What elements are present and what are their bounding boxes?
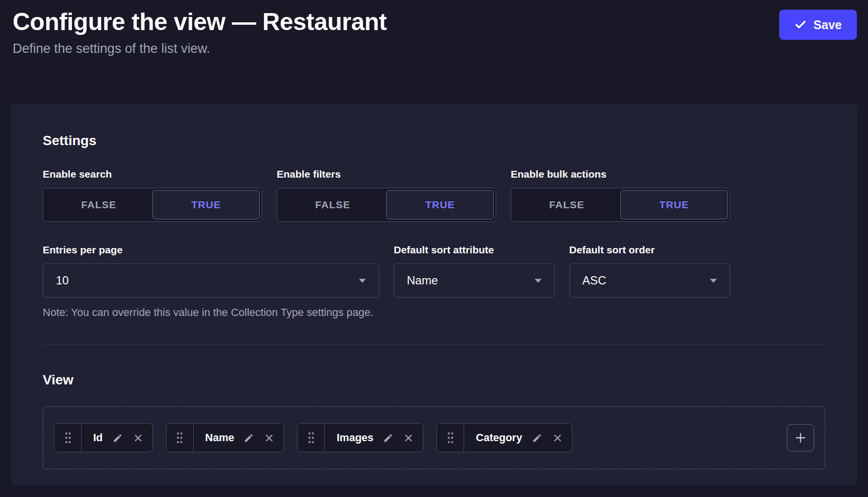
remove-field-button[interactable] <box>549 430 566 447</box>
page-title: Configure the view — Restaurant <box>13 8 855 36</box>
drag-handle[interactable] <box>167 424 194 452</box>
field-default-sort-attribute: Default sort attribute Name <box>394 244 555 319</box>
settings-grid: Enable search FALSE TRUE Enable filters … <box>43 168 730 319</box>
save-button-label: Save <box>814 18 842 32</box>
remove-field-button[interactable] <box>261 430 278 447</box>
field-default-sort-order: Default sort order ASC <box>569 244 731 319</box>
entries-per-page-value: 10 <box>56 274 69 287</box>
edit-field-button[interactable] <box>529 430 545 446</box>
enable-filters-label: Enable filters <box>277 168 496 180</box>
enable-filters-option-true[interactable]: TRUE <box>386 190 494 219</box>
field-enable-bulk-actions: Enable bulk actions FALSE TRUE <box>511 168 730 222</box>
configure-view-card: Settings Enable search FALSE TRUE Enable… <box>11 104 857 485</box>
field-chip-label: Category <box>464 431 525 444</box>
close-icon <box>552 432 563 444</box>
close-icon <box>403 432 414 444</box>
view-heading: View <box>43 372 825 388</box>
remove-field-button[interactable] <box>400 430 417 447</box>
edit-field-button[interactable] <box>110 430 126 446</box>
field-enable-search: Enable search FALSE TRUE <box>43 168 262 222</box>
enable-filters-toggle: FALSE TRUE <box>277 188 496 222</box>
enable-bulk-actions-option-false[interactable]: FALSE <box>513 190 620 219</box>
pencil-icon <box>532 433 542 443</box>
enable-search-option-true[interactable]: TRUE <box>152 190 260 219</box>
save-button[interactable]: Save <box>779 10 857 40</box>
field-enable-filters: Enable filters FALSE TRUE <box>277 168 496 222</box>
field-chip-label: Id <box>82 431 106 444</box>
plus-icon <box>794 431 807 445</box>
pencil-icon <box>113 433 123 443</box>
drag-handle-icon <box>176 431 184 444</box>
enable-filters-option-false[interactable]: FALSE <box>279 190 386 219</box>
close-icon <box>264 432 275 444</box>
section-divider <box>43 344 825 345</box>
pencil-icon <box>244 433 254 443</box>
remove-field-button[interactable] <box>130 430 147 447</box>
entries-per-page-select[interactable]: 10 <box>43 264 379 298</box>
drag-handle-icon <box>307 431 315 444</box>
enable-search-option-false[interactable]: FALSE <box>45 190 152 219</box>
drag-handle-icon <box>447 431 454 444</box>
page-header: Configure the view — Restaurant Define t… <box>0 0 868 56</box>
enable-bulk-actions-label: Enable bulk actions <box>511 168 730 180</box>
field-chip-id: Id <box>54 423 153 452</box>
chevron-down-icon <box>710 279 717 283</box>
check-icon <box>794 18 807 31</box>
close-icon <box>133 432 144 444</box>
field-chip-name: Name <box>166 423 284 452</box>
entries-per-page-label: Entries per page <box>43 244 379 256</box>
default-sort-order-value: ASC <box>583 274 606 287</box>
drag-handle[interactable] <box>437 424 464 452</box>
enable-search-label: Enable search <box>43 168 262 180</box>
drag-handle-icon <box>64 431 72 444</box>
default-sort-attribute-label: Default sort attribute <box>394 244 555 256</box>
drag-handle[interactable] <box>54 424 82 452</box>
field-chip-category: Category <box>436 423 572 452</box>
drag-handle[interactable] <box>298 424 325 452</box>
field-chip-images: Images <box>297 423 423 452</box>
default-sort-order-select[interactable]: ASC <box>569 264 731 298</box>
enable-bulk-actions-toggle: FALSE TRUE <box>511 188 730 222</box>
field-entries-per-page: Entries per page 10 Note: You can overri… <box>43 244 379 319</box>
view-fields-dropzone: Id Name <box>43 406 825 469</box>
enable-search-toggle: FALSE TRUE <box>43 188 262 222</box>
add-field-button[interactable] <box>787 424 814 451</box>
chevron-down-icon <box>534 279 542 283</box>
default-sort-order-label: Default sort order <box>569 244 731 256</box>
pencil-icon <box>383 433 393 443</box>
default-sort-attribute-select[interactable]: Name <box>394 264 555 298</box>
field-chip-label: Images <box>325 431 376 444</box>
page-subtitle: Define the settings of the list view. <box>13 41 855 56</box>
default-sort-attribute-value: Name <box>407 274 438 287</box>
settings-heading: Settings <box>43 133 825 149</box>
field-chip-label: Name <box>194 431 237 444</box>
edit-field-button[interactable] <box>380 430 396 446</box>
entries-per-page-note: Note: You can override this value in the… <box>43 306 379 319</box>
chevron-down-icon <box>359 279 366 283</box>
edit-field-button[interactable] <box>241 430 257 446</box>
enable-bulk-actions-option-true[interactable]: TRUE <box>620 190 728 219</box>
